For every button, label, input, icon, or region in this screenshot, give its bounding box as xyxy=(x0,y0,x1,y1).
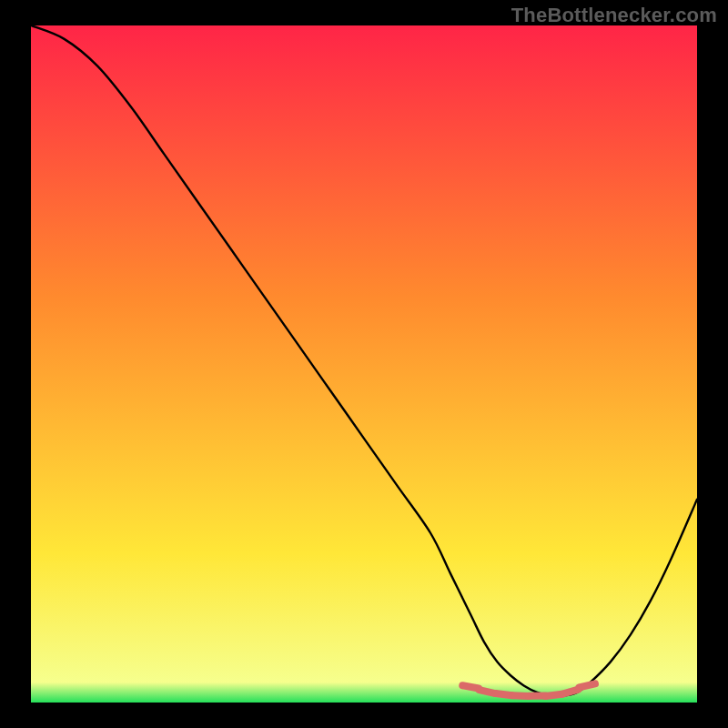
gradient-background xyxy=(31,25,697,703)
plot-area xyxy=(31,25,697,703)
marker-dash xyxy=(579,683,595,687)
marker-dash xyxy=(562,690,578,694)
chart-stage: TheBottlenecker.com xyxy=(0,0,728,728)
attribution-label: TheBottlenecker.com xyxy=(511,4,717,27)
chart-svg xyxy=(31,25,697,703)
